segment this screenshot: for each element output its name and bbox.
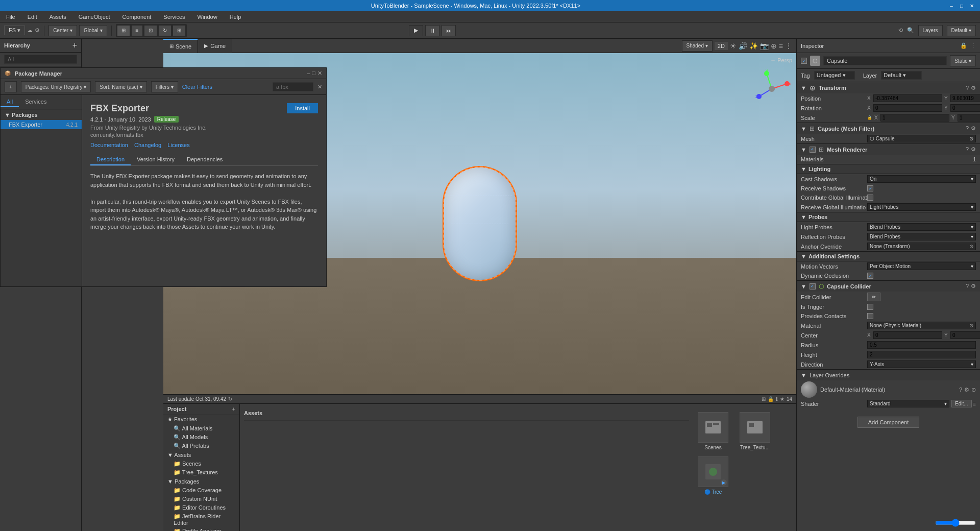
menu-component[interactable]: Component	[119, 13, 154, 21]
receive-shadows-checkbox[interactable]	[867, 185, 873, 191]
tab-scene[interactable]: ⊞Scene	[163, 39, 198, 53]
pm-tab-all[interactable]: All	[1, 97, 19, 107]
capsule-object[interactable]	[444, 167, 516, 280]
scene-cam-button[interactable]: 📷	[760, 42, 769, 50]
material-circle-icon[interactable]: ⊙	[971, 387, 976, 393]
pm-maximize[interactable]: □	[312, 70, 315, 77]
transform-header[interactable]: ▼ ⊕ Transform ? ⚙	[797, 82, 980, 93]
center-button[interactable]: Center ▾	[48, 25, 77, 36]
capsule-collider-header[interactable]: ▼ ⬡ Capsule Collider ? ⚙	[797, 280, 980, 292]
pm-search-input[interactable]	[273, 82, 313, 91]
shader-list-icon[interactable]: ≡	[973, 401, 976, 407]
hierarchy-add-button[interactable]: +	[72, 41, 77, 50]
pm-link-changelog[interactable]: Changelog	[134, 142, 161, 148]
menu-help[interactable]: Help	[227, 13, 244, 21]
play-button[interactable]: ▶	[409, 25, 423, 36]
asset-item-tree[interactable]: ▶ 🔵 Tree	[695, 456, 731, 495]
meshfilter-header[interactable]: ▼ ⊞ Capsule (Mesh Filter) ? ⚙	[797, 123, 980, 134]
scale-button[interactable]: ⊞	[173, 25, 186, 36]
proj-editor-coroutines[interactable]: 📁 Editor Coroutines	[163, 503, 239, 512]
menu-services[interactable]: Services	[160, 13, 188, 21]
inspector-lock-icon[interactable]: 🔒	[960, 42, 967, 49]
meshfilter-info-icon[interactable]: ?	[966, 125, 969, 132]
pm-registry-button[interactable]: Packages: Unity Registry ▾	[21, 81, 91, 92]
add-component-button[interactable]: Add Component	[857, 417, 920, 428]
material-info-icon[interactable]: ?	[959, 387, 962, 393]
reflection-probes-dropdown[interactable]: Blend Probes▾	[867, 233, 976, 240]
capsule-collider-enabled[interactable]	[810, 283, 816, 289]
grid-button[interactable]: ⊡	[144, 25, 157, 36]
capsule-collider-info-icon[interactable]: ?	[966, 283, 969, 289]
asset-item-scenes[interactable]: Scenes	[695, 412, 731, 450]
pm-add-button[interactable]: +	[5, 81, 17, 92]
snap-button[interactable]: ⊞	[117, 25, 130, 36]
scene-2d-button[interactable]: 2D	[715, 42, 728, 50]
pm-sort-button[interactable]: Sort: Name (asc) ▾	[95, 81, 146, 92]
meshrenderer-enabled[interactable]	[810, 147, 816, 153]
scene-footer-lock[interactable]: 🔒	[768, 396, 774, 402]
proj-favorites[interactable]: ★ Favorites	[163, 415, 239, 424]
pm-item-fbx-exporter[interactable]: FBX Exporter 4.2.1	[1, 120, 82, 129]
shader-dropdown[interactable]: Standard▾	[867, 400, 949, 407]
scene-shading-button[interactable]: Shaded ▾	[682, 40, 713, 52]
maximize-button[interactable]: □	[958, 2, 966, 10]
history-icon[interactable]: ⟲	[898, 27, 903, 34]
motion-vectors-dropdown[interactable]: Per Object Motion▾	[867, 262, 976, 270]
contribute-gi-checkbox[interactable]	[867, 195, 873, 201]
direction-dropdown[interactable]: Y-Axis▾	[867, 360, 976, 368]
pos-y-input[interactable]	[950, 94, 980, 102]
search-icon[interactable]: 🔍	[907, 27, 914, 34]
pos-x-input[interactable]	[873, 94, 942, 102]
pm-link-licenses[interactable]: Licenses	[167, 142, 189, 148]
pm-tab-dependencies[interactable]: Dependencies	[181, 154, 229, 165]
light-probes-dropdown[interactable]: Blend Probes▾	[867, 223, 976, 231]
menu-gameobject[interactable]: GameObject	[76, 13, 113, 21]
ctr-x-input[interactable]	[873, 331, 942, 339]
ctr-y-input[interactable]	[950, 331, 980, 339]
radius-input[interactable]	[867, 341, 976, 349]
mesh-value[interactable]: ⬡ Capsule ⊙	[867, 135, 976, 142]
asset-item-tree-textures[interactable]: Tree_Textu...	[737, 412, 773, 450]
edit-button[interactable]: Edit...	[951, 400, 972, 407]
pm-filters-button[interactable]: Filters ▾	[151, 81, 178, 92]
project-menu[interactable]: +	[232, 406, 235, 412]
cast-shadows-dropdown[interactable]: On▾	[867, 175, 976, 183]
fs-indicator[interactable]: FS ▾	[4, 26, 25, 35]
asset-size-slider[interactable]	[935, 519, 976, 527]
pm-link-docs[interactable]: Documentation	[90, 142, 128, 148]
material-settings-icon[interactable]: ⚙	[964, 387, 969, 393]
obj-enabled-checkbox[interactable]	[801, 58, 807, 64]
receive-gi-dropdown[interactable]: Light Probes▾	[867, 203, 976, 211]
proj-all-prefabs[interactable]: 🔍 All Prefabs	[163, 442, 239, 450]
transform-settings-icon[interactable]: ⚙	[971, 85, 976, 91]
rotate-button[interactable]: ↻	[158, 25, 172, 36]
rot-x-input[interactable]	[873, 104, 942, 112]
pm-packages-section[interactable]: ▼ Packages	[1, 110, 82, 120]
pm-clear-filters-button[interactable]: Clear Filters	[182, 84, 212, 90]
global-button[interactable]: Global ▾	[79, 25, 107, 36]
proj-all-models[interactable]: 🔍 All Models	[163, 433, 239, 442]
scale-y-input[interactable]	[958, 114, 980, 122]
proj-scenes[interactable]: 📁 Scenes	[163, 460, 239, 468]
persp-label[interactable]: ← Persp	[770, 57, 792, 63]
meshrenderer-info-icon[interactable]: ?	[966, 146, 969, 153]
col-material-circle-icon[interactable]: ⊙	[969, 323, 973, 328]
static-button[interactable]: Static ▾	[950, 55, 976, 66]
anchor-override-circle-icon[interactable]: ⊙	[969, 244, 973, 249]
dynamic-occlusion-checkbox[interactable]	[867, 273, 873, 279]
rot-y-input[interactable]	[950, 104, 980, 112]
pm-install-button[interactable]: Install	[287, 103, 318, 113]
refresh-icon[interactable]: ↻	[228, 396, 232, 402]
layer-overrides-header[interactable]: ▼ Layer Overrides	[797, 369, 980, 380]
additional-settings-section[interactable]: ▼ Additional Settings	[797, 251, 980, 261]
proj-assets[interactable]: ▼ Assets	[163, 450, 239, 460]
scene-overlay-button[interactable]: ≡	[779, 42, 783, 50]
provides-contacts-checkbox[interactable]	[867, 313, 873, 319]
inspector-menu-icon[interactable]: ⋮	[970, 42, 976, 49]
menu-edit[interactable]: Edit	[24, 13, 40, 21]
probes-section[interactable]: ▼ Probes	[797, 212, 980, 222]
layer-dropdown[interactable]: Default ▾	[881, 71, 922, 80]
pm-tab-version-history[interactable]: Version History	[131, 154, 181, 165]
transform-info-icon[interactable]: ?	[966, 85, 969, 91]
proj-packages[interactable]: ▼ Packages	[163, 477, 239, 486]
